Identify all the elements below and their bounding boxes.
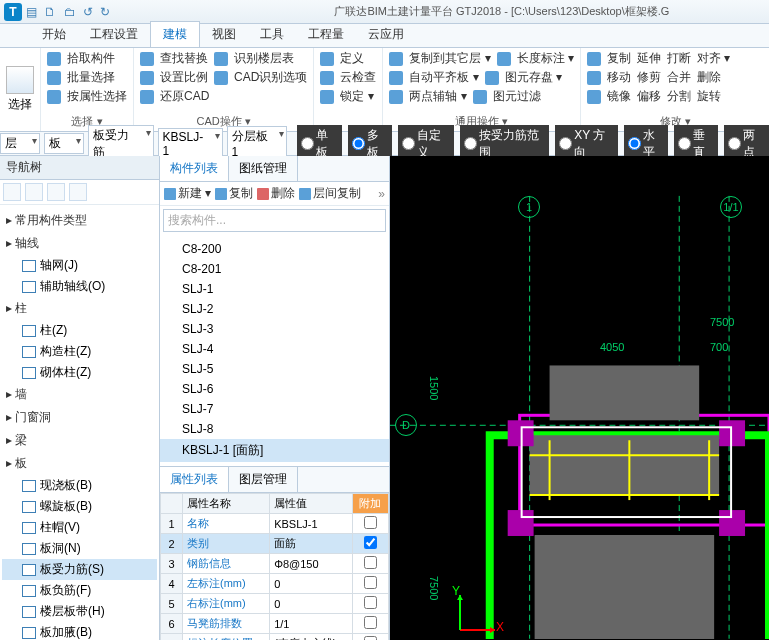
prop-value[interactable]: 1/1 — [270, 614, 353, 634]
elem-filter[interactable]: 图元过滤 — [493, 88, 541, 105]
tree-item[interactable]: 板受力筋(S) — [2, 559, 157, 580]
tree-item[interactable]: 轴网(J) — [2, 255, 157, 276]
table-row[interactable]: 1名称KBSLJ-1 — [161, 514, 389, 534]
dropdown-category[interactable]: 板 — [44, 133, 84, 154]
restore-cad[interactable]: 还原CAD — [160, 88, 209, 105]
table-row[interactable]: 4左标注(mm)0 — [161, 574, 389, 594]
lock-btn[interactable]: 锁定 ▾ — [340, 88, 373, 105]
two-point-axis[interactable]: 两点辅轴 ▾ — [409, 88, 466, 105]
menu-item[interactable]: 工程量 — [296, 22, 356, 47]
auto-align[interactable]: 自动平齐板 ▾ — [409, 69, 478, 86]
recognize-floor[interactable]: 识别楼层表 — [234, 50, 294, 67]
dropdown-floor[interactable]: 层 — [0, 133, 40, 154]
list-item[interactable]: SLJ-4 — [160, 339, 389, 359]
tree-item[interactable]: 板加腋(B) — [2, 622, 157, 640]
menu-item[interactable]: 云应用 — [356, 22, 416, 47]
prop-extra[interactable] — [352, 614, 388, 634]
prop-value[interactable]: Φ8@150 — [270, 554, 353, 574]
tree-item[interactable]: 板洞(N) — [2, 538, 157, 559]
prop-extra[interactable] — [352, 534, 388, 554]
list-item[interactable]: SLJ-1 — [160, 279, 389, 299]
list-item[interactable]: KBSLJ-1 [面筋] — [160, 439, 389, 462]
nav-tool-icon[interactable] — [3, 183, 21, 201]
menu-item[interactable]: 开始 — [30, 22, 78, 47]
tree-item[interactable]: 现浇板(B) — [2, 475, 157, 496]
qa-icon[interactable]: ↻ — [100, 5, 110, 19]
tab-component-list[interactable]: 构件列表 — [160, 156, 229, 181]
nav-tool-icon[interactable] — [69, 183, 87, 201]
tree-item[interactable]: 螺旋板(B) — [2, 496, 157, 517]
menu-item[interactable]: 工程设置 — [78, 22, 150, 47]
search-input[interactable]: 搜索构件... — [163, 209, 386, 232]
select-by-prop[interactable]: 按属性选择 — [67, 88, 127, 105]
cloud-check[interactable]: 云检查 — [340, 69, 376, 86]
menu-item[interactable]: 视图 — [200, 22, 248, 47]
table-row[interactable]: 6马凳筋排数1/1 — [161, 614, 389, 634]
more-icon[interactable]: » — [378, 187, 385, 201]
prop-extra[interactable] — [352, 634, 388, 641]
define-btn[interactable]: 定义 — [340, 50, 364, 67]
new-button[interactable]: 新建 ▾ — [164, 185, 211, 202]
dropdown-component[interactable]: KBSLJ-1 — [158, 128, 223, 160]
prop-value[interactable]: KBSLJ-1 — [270, 514, 353, 534]
list-item[interactable]: SLJ-7 — [160, 399, 389, 419]
pick-component[interactable]: 拾取构件 — [67, 50, 115, 67]
tree-group[interactable]: ▸ 梁 — [2, 429, 157, 452]
nav-tool-icon[interactable] — [47, 183, 65, 201]
tree-item[interactable]: 板负筋(F) — [2, 580, 157, 601]
quick-access[interactable]: ▤ 🗋 🗀 ↺ ↻ — [26, 5, 114, 19]
tree-item[interactable]: 辅助轴线(O) — [2, 276, 157, 297]
find-replace[interactable]: 查找替换 — [160, 50, 208, 67]
tree-item[interactable]: 柱(Z) — [2, 320, 157, 341]
prop-value[interactable]: 0 — [270, 574, 353, 594]
menu-item[interactable]: 工具 — [248, 22, 296, 47]
qa-icon[interactable]: 🗀 — [64, 5, 76, 19]
tab-property-list[interactable]: 属性列表 — [160, 467, 229, 492]
prop-value[interactable]: (支座中心线) — [270, 634, 353, 641]
prop-extra[interactable] — [352, 594, 388, 614]
qa-icon[interactable]: ▤ — [26, 5, 37, 19]
tree-item[interactable]: 构造柱(Z) — [2, 341, 157, 362]
table-row[interactable]: 5右标注(mm)0 — [161, 594, 389, 614]
tree-item[interactable]: 楼层板带(H) — [2, 601, 157, 622]
list-item[interactable]: SLJ-6 — [160, 379, 389, 399]
tree-group[interactable]: ▸ 柱 — [2, 297, 157, 320]
list-item[interactable]: SLJ-3 — [160, 319, 389, 339]
drawing-canvas[interactable]: 1 1/1 D 7500 4050 700 1500 7500 X Y — [390, 156, 769, 640]
tree-group[interactable]: ▸ 墙 — [2, 383, 157, 406]
set-scale[interactable]: 设置比例 — [160, 69, 208, 86]
tab-layer-mgr[interactable]: 图层管理 — [229, 467, 298, 492]
prop-extra[interactable] — [352, 574, 388, 594]
qa-icon[interactable]: 🗋 — [44, 5, 56, 19]
layer-copy-button[interactable]: 层间复制 — [299, 185, 361, 202]
table-row[interactable]: 7标注长度位置(支座中心线) — [161, 634, 389, 641]
nav-tree[interactable]: ▸ 常用构件类型▸ 轴线轴网(J)辅助轴线(O)▸ 柱柱(Z)构造柱(Z)砌体柱… — [0, 205, 159, 640]
component-list[interactable]: C8-200C8-201SLJ-1SLJ-2SLJ-3SLJ-4SLJ-5SLJ… — [160, 235, 389, 466]
nav-tool-icon[interactable] — [25, 183, 43, 201]
tree-item[interactable]: 砌体柱(Z) — [2, 362, 157, 383]
prop-extra[interactable] — [352, 554, 388, 574]
copy-to-layer[interactable]: 复制到其它层 ▾ — [409, 50, 490, 67]
tree-group[interactable]: ▸ 板 — [2, 452, 157, 475]
menu-item[interactable]: 建模 — [150, 21, 200, 47]
tab-drawing-mgr[interactable]: 图纸管理 — [229, 156, 298, 181]
list-item[interactable]: SLJ-2 — [160, 299, 389, 319]
prop-value[interactable]: 面筋 — [270, 534, 353, 554]
qa-icon[interactable]: ↺ — [83, 5, 93, 19]
cad-options[interactable]: CAD识别选项 — [234, 69, 307, 86]
list-item[interactable]: SLJ-5 — [160, 359, 389, 379]
tree-item[interactable]: 柱帽(V) — [2, 517, 157, 538]
table-row[interactable]: 3钢筋信息Φ8@150 — [161, 554, 389, 574]
list-item[interactable]: C8-201 — [160, 259, 389, 279]
batch-select[interactable]: 批量选择 — [67, 69, 115, 86]
tree-group[interactable]: ▸ 门窗洞 — [2, 406, 157, 429]
select-button[interactable]: 选择 — [0, 48, 41, 131]
tree-group[interactable]: ▸ 常用构件类型 — [2, 209, 157, 232]
table-row[interactable]: 2类别面筋 — [161, 534, 389, 554]
elem-save[interactable]: 图元存盘 ▾ — [505, 69, 562, 86]
list-item[interactable]: SLJ-8 — [160, 419, 389, 439]
prop-extra[interactable] — [352, 514, 388, 534]
copy-button[interactable]: 复制 — [215, 185, 253, 202]
tree-group[interactable]: ▸ 轴线 — [2, 232, 157, 255]
list-item[interactable]: C8-200 — [160, 239, 389, 259]
